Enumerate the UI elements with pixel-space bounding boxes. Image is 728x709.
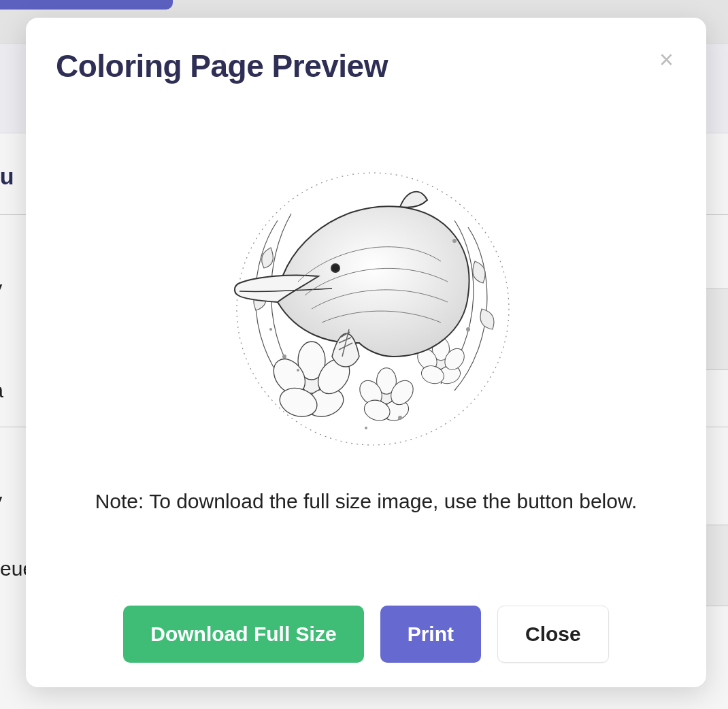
svg-point-30: [466, 327, 470, 331]
svg-point-31: [398, 416, 402, 420]
download-note: Note: To download the full size image, u…: [95, 490, 638, 513]
preview-image: [196, 125, 536, 465]
svg-point-28: [297, 369, 299, 372]
modal-header: Coloring Page Preview ×: [56, 48, 676, 84]
modal-body: Note: To download the full size image, u…: [56, 84, 676, 578]
close-button[interactable]: Close: [497, 606, 609, 663]
print-button[interactable]: Print: [380, 606, 481, 663]
svg-point-33: [269, 328, 272, 331]
preview-modal: Coloring Page Preview ×: [26, 18, 706, 687]
svg-point-27: [282, 354, 286, 359]
close-icon[interactable]: ×: [657, 48, 676, 72]
svg-point-26: [331, 264, 340, 272]
download-full-size-button[interactable]: Download Full Size: [123, 606, 363, 663]
modal-title: Coloring Page Preview: [56, 48, 388, 84]
svg-point-32: [365, 427, 367, 429]
modal-footer: Download Full Size Print Close: [56, 578, 676, 663]
svg-point-29: [452, 239, 457, 243]
